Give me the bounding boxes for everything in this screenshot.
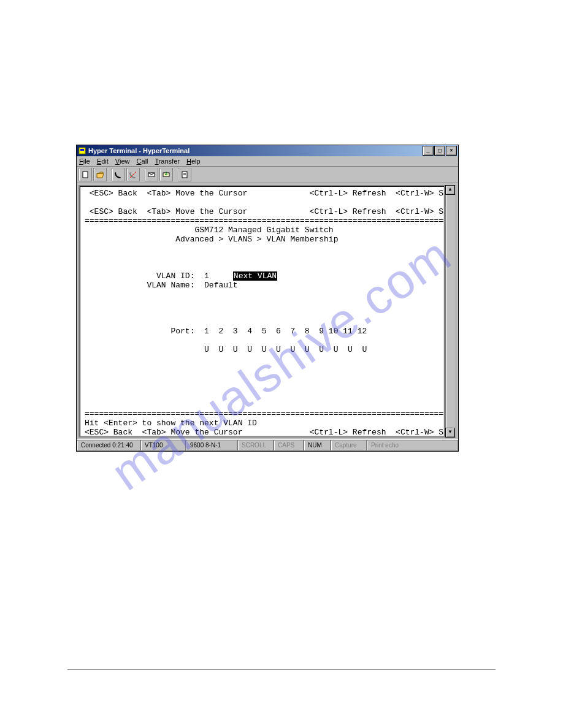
page-footer-rule (67, 669, 496, 670)
status-emulation: VT100 (140, 440, 186, 451)
terminal-screen[interactable]: <ESC> Back <Tab> Move the Cursor <Ctrl-L… (79, 185, 445, 438)
window-buttons: _ □ × (423, 146, 457, 156)
statusbar: Connected 0:21:40 VT100 9600 8-N-1 SCROL… (77, 439, 458, 451)
svg-rect-1 (80, 149, 84, 151)
menu-edit[interactable]: Edit (97, 157, 109, 165)
hint-line: Hit <Enter> to show the next VLAN ID (85, 419, 257, 428)
app-icon (78, 146, 86, 155)
toolbar-separator (141, 168, 144, 181)
status-scroll: SCROLL (237, 440, 274, 451)
toolbar (77, 167, 458, 183)
toolbar-separator (174, 168, 177, 181)
tool-properties[interactable] (178, 168, 191, 181)
port-values-row: U U U U U U U U U U U U (85, 345, 367, 354)
nav-line-1: <ESC> Back <Tab> Move the Cursor <Ctrl-L… (85, 189, 445, 198)
menu-transfer[interactable]: Transfer (155, 157, 180, 165)
terminal-container: <ESC> Back <Tab> Move the Cursor <Ctrl-L… (77, 183, 458, 439)
next-vlan-button[interactable]: Next VLAN (233, 271, 277, 281)
status-num: NUM (304, 440, 331, 451)
menu-file[interactable]: File (79, 157, 90, 165)
tool-open[interactable] (93, 168, 107, 181)
tool-call[interactable] (112, 168, 125, 181)
menu-help[interactable]: Help (186, 157, 201, 165)
toolbar-separator (108, 168, 110, 181)
app-window: Hyper Terminal - HyperTerminal _ □ × Fil… (76, 145, 459, 452)
tool-send[interactable] (145, 168, 158, 181)
status-settings: 9600 8-N-1 (186, 440, 237, 451)
port-header-row: Port: 1 2 3 4 5 6 7 8 9 10 11 12 (85, 327, 367, 336)
tool-new[interactable] (79, 168, 92, 181)
titlebar: Hyper Terminal - HyperTerminal _ □ × (77, 145, 458, 156)
menubar: File Edit View Call Transfer Help (77, 156, 458, 167)
breadcrumb: Advanced > VLANS > VLAN Membership (85, 235, 338, 244)
maximize-button[interactable]: □ (434, 146, 445, 156)
menu-call[interactable]: Call (137, 157, 148, 165)
vlan-name-row: VLAN Name: Default (85, 281, 238, 290)
status-capture: Capture (331, 440, 367, 451)
divider-top: ========================================… (85, 216, 445, 226)
close-button[interactable]: × (446, 146, 457, 156)
tool-receive[interactable] (159, 168, 173, 181)
status-printecho: Print echo (367, 440, 458, 451)
menu-view[interactable]: View (115, 157, 130, 165)
window-title: Hyper Terminal - HyperTerminal (88, 147, 423, 154)
vlan-id-row: VLAN ID: 1 Next VLAN (85, 271, 277, 281)
vertical-scrollbar[interactable]: ▲ ▼ (445, 185, 456, 438)
tool-disconnect[interactable] (126, 168, 140, 181)
device-title: GSM712 Managed Gigabit Switch (85, 226, 334, 235)
status-connected: Connected 0:21:40 (77, 440, 140, 451)
divider-bottom: ========================================… (85, 409, 445, 419)
scroll-up-button[interactable]: ▲ (445, 185, 455, 195)
minimize-button[interactable]: _ (423, 146, 434, 156)
scroll-down-button[interactable]: ▼ (445, 428, 455, 438)
status-caps: CAPS (274, 440, 304, 451)
svg-rect-2 (83, 172, 88, 178)
nav-line-2: <ESC> Back <Tab> Move the Cursor <Ctrl-L… (85, 207, 445, 216)
nav-line-bottom: <ESC> Back <Tab> Move the Cursor <Ctrl-L… (85, 428, 445, 437)
